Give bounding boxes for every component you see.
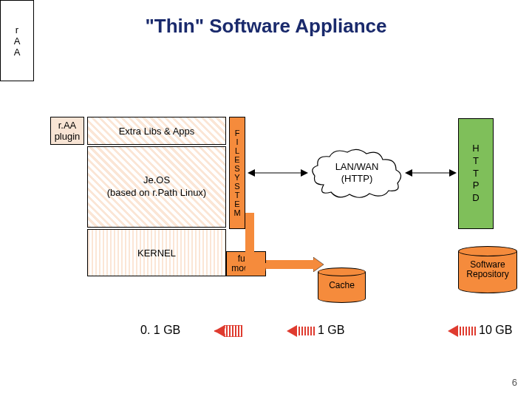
diagram-title: "Thin" Software Appliance <box>0 15 532 38</box>
connector-filesystem-fuse <box>245 263 267 272</box>
repo-label: Software Repository <box>466 260 508 279</box>
cache-label: Cache <box>329 280 355 290</box>
arrow-fs-to-cloud <box>248 166 308 180</box>
block-raa: r A A <box>0 0 34 81</box>
size-label-right: 10 GB <box>479 324 512 337</box>
cylinder-cache: Cache <box>318 272 366 299</box>
block-jeos: Je.OS (based on r.Path Linux) <box>87 146 226 228</box>
connector-filesystem-out <box>245 213 254 263</box>
svg-marker-1 <box>301 169 308 177</box>
block-extra-libs: Extra Libs & Apps <box>87 117 226 145</box>
svg-rect-14 <box>458 327 476 335</box>
svg-marker-13 <box>287 325 297 337</box>
block-filesystem: F I L E S Y S T E M <box>229 117 245 229</box>
arrow-cloud-to-httpd <box>405 166 457 180</box>
svg-marker-10 <box>214 325 225 337</box>
svg-rect-11 <box>297 327 315 335</box>
svg-rect-8 <box>225 325 242 337</box>
size-arrow-right <box>448 325 476 337</box>
svg-marker-5 <box>405 169 412 177</box>
cylinder-repo: Software Repository <box>458 251 517 288</box>
svg-marker-16 <box>448 325 458 337</box>
svg-marker-2 <box>248 169 255 177</box>
size-label-left: 0. 1 GB <box>140 324 180 337</box>
block-raa-plugin: r.AA plugin <box>50 117 84 145</box>
cloud-label: LAN/WAN (HTTP) <box>309 161 405 184</box>
size-arrow-left <box>214 325 242 337</box>
block-kernel: KERNEL <box>87 229 226 276</box>
connector-fuse-cache <box>266 260 316 269</box>
svg-marker-4 <box>449 169 457 177</box>
size-arrow-middle <box>287 325 315 337</box>
page-number: 6 <box>512 377 517 388</box>
block-httpd: H T T P D <box>458 118 494 229</box>
size-label-middle: 1 GB <box>318 324 344 337</box>
